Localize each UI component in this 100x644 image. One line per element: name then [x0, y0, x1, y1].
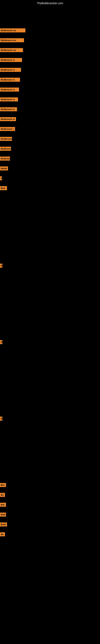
bottleneck-bar: Bott	[0, 186, 7, 190]
bottleneck-bar: Bot	[0, 483, 6, 487]
bottleneck-bar: Bottleneck re	[0, 58, 22, 62]
bottleneck-bar: Bott	[0, 512, 6, 516]
bottleneck-bar: B	[0, 416, 2, 420]
bottleneck-bar: Bottleneck	[0, 137, 12, 141]
bottleneck-bar: B	[0, 340, 2, 344]
site-title: TheBottlenecker.com	[0, 0, 100, 6]
bottleneck-bar: Bottleneck	[0, 147, 11, 151]
bottleneck-bar: Bottleneck	[0, 156, 10, 160]
bottleneck-bar: Bottleneck r	[0, 127, 15, 131]
bottleneck-bar: Bottleneck res	[0, 38, 24, 42]
bottleneck-bar: Bottl	[0, 522, 7, 526]
bottleneck-bar: Bottleneck re	[0, 107, 17, 111]
bottleneck-bar: Bottleneck re	[0, 88, 19, 92]
bottleneck-bar: Bo	[0, 493, 5, 497]
bottleneck-bar: Bot	[0, 503, 6, 507]
bottleneck-bar: Bo	[0, 532, 5, 536]
bottleneck-bar: Bottleneck re	[0, 68, 21, 72]
bottleneck-bar: B	[0, 264, 2, 268]
bottleneck-bar: Bottle	[0, 166, 8, 170]
bottleneck-bar: B	[0, 176, 2, 180]
bottleneck-bar: Bottleneck re	[0, 117, 16, 121]
bottleneck-bar: Bottleneck res	[0, 28, 25, 32]
bottleneck-bar: Bottleneck re	[0, 78, 20, 82]
bottleneck-bar: Bottleneck res	[0, 48, 23, 52]
bottleneck-bar: Bottleneck re	[0, 98, 18, 102]
